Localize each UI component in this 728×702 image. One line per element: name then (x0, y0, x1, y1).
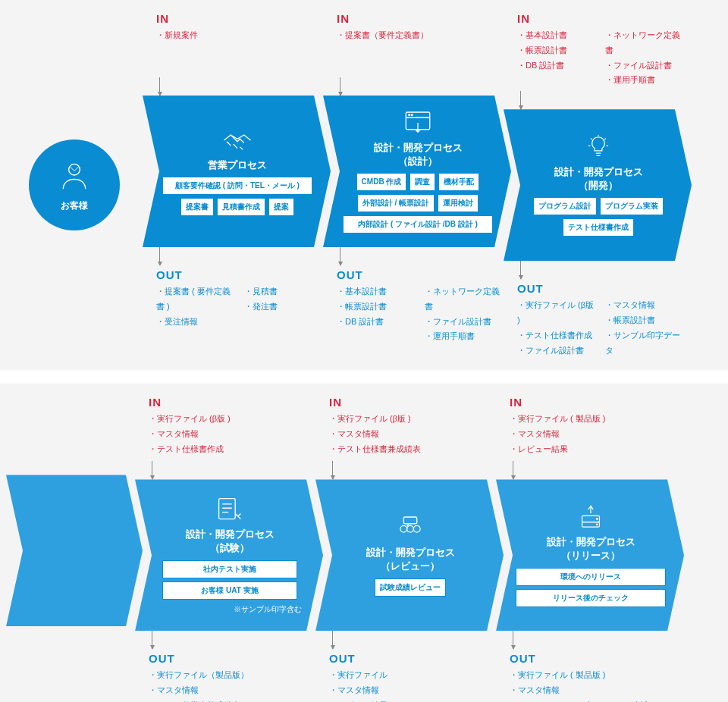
in-item: マスタ情報 (329, 427, 497, 442)
task-chip: 調査 (410, 173, 435, 191)
browser-touch-icon (402, 109, 434, 136)
out-list: ネットワーク定義書ファイル設計書運用手順書 (425, 284, 505, 344)
out-item: マスタ情報 (605, 298, 686, 313)
stage-col-5: IN実行ファイル ( 製品版 )マスタ情報レビュー結果設計・開発プロセス（リリー… (496, 393, 684, 702)
stage-block: 設計・開発プロセス（レビュー）試験成績レビュー (315, 479, 504, 631)
task-chip: 試験成績レビュー (375, 578, 446, 597)
task-chip: 見積書作成 (217, 198, 265, 216)
out-item: 実行ファイル（製品版） (149, 668, 317, 683)
out-title: OUT (149, 652, 317, 665)
out-item: マスタ情報 (510, 683, 678, 698)
flow-arrow-down (135, 461, 323, 479)
flow-arrow-down (143, 247, 331, 265)
out-block: OUT実行ファイル (β版 )テスト仕様書作成ファイル設計書マスタ情報帳票設計書… (504, 279, 692, 361)
svg-point-17 (596, 519, 598, 520)
out-item: 見積書 (244, 284, 325, 299)
out-item: 実行ファイル (β版 ) (517, 298, 598, 328)
out-item: テスト仕様書兼成績書 (149, 698, 317, 702)
out-block: OUT実行ファイル（製品版）マスタ情報テスト仕様書兼成績書 (135, 649, 323, 702)
flow-arrow-down (504, 91, 692, 109)
svg-point-13 (413, 526, 420, 533)
task-chip: リリース後のチェック (516, 589, 666, 607)
task-chip: 提案書 (180, 198, 214, 216)
svg-point-12 (407, 526, 414, 533)
out-list: 実行ファイル ( 製品版 )マスタ情報リリースチェック表 ( リリース判定 ) (510, 668, 678, 702)
task-chip: プログラム設計 (533, 197, 597, 215)
task-chip: 提案 (268, 198, 294, 216)
out-item: 帳票設計書 (337, 299, 417, 315)
stage-title: 設計・開発プロセス（試験） (186, 528, 275, 555)
task-chip: 環境へのリリース (516, 568, 666, 586)
customer-column: お客様 (6, 9, 143, 361)
in-list: 実行ファイル (β版 )マスタ情報テスト仕様書兼成績表 (329, 412, 497, 456)
in-item: マスタ情報 (149, 427, 317, 442)
stage-block: 設計・開発プロセス（設計）CMDB 作成調査機材手配外部設計 / 帳票設計運用検… (323, 96, 511, 247)
out-item: DB 設計書 (337, 315, 417, 330)
out-item: 受注情報 (156, 315, 237, 330)
out-item: マスタ情報 (329, 683, 497, 698)
in-item: ネットワーク定義書 (605, 28, 686, 58)
in-item: 実行ファイル (β版 ) (149, 412, 317, 427)
flow-arrow-down (315, 461, 504, 479)
out-item: 運用手順書 (425, 329, 505, 344)
release-icon (575, 503, 607, 531)
in-item: ファイル設計書 (605, 58, 686, 74)
stage-title: 営業プロセス (208, 158, 267, 172)
out-item: 実行ファイル (329, 668, 497, 683)
flow-arrow-down (504, 261, 692, 279)
stage-tasks: プログラム設計プログラム実装テスト仕様書作成 (520, 197, 676, 237)
out-block: OUT提案書 ( 要件定義書 )受注情報見積書発注書 (143, 265, 331, 334)
out-block: OUT実行ファイルマスタ情報レビュー結果 (315, 649, 504, 702)
process-row-2: IN実行ファイル (β版 )マスタ情報テスト仕様書作成設計・開発プロセス（試験）… (0, 384, 728, 702)
in-title: IN (510, 396, 678, 409)
out-title: OUT (510, 652, 678, 665)
stage-block: 設計・開発プロセス（リリース）環境へのリリースリリース後のチェック (496, 479, 684, 631)
in-item: マスタ情報 (510, 427, 678, 442)
in-list: 実行ファイル ( 製品版 )マスタ情報レビュー結果 (510, 412, 678, 456)
out-title: OUT (329, 652, 497, 665)
out-item: ネットワーク定義書 (425, 284, 505, 315)
customer-label: お客様 (61, 199, 88, 212)
svg-point-4 (411, 114, 413, 115)
svg-point-18 (596, 524, 598, 525)
handshake-icon (221, 127, 253, 154)
in-item: 実行ファイル (β版 ) (329, 412, 497, 427)
out-item: ファイル設計書 (517, 343, 598, 359)
stage-tasks: CMDB 作成調査機材手配外部設計 / 帳票設計運用検討内部設計 ( ファイル設… (340, 173, 496, 233)
out-list: 実行ファイル (β版 )テスト仕様書作成ファイル設計書 (517, 298, 598, 358)
out-list: 提案書 ( 要件定義書 )受注情報 (156, 284, 237, 329)
in-item: テスト仕様書作成 (149, 442, 317, 457)
in-block: IN新規案件 (143, 9, 331, 77)
in-title: IN (337, 12, 505, 25)
out-item: 基本設計書 (337, 284, 417, 299)
out-item: サンプル印字データ (605, 328, 686, 359)
out-list: 実行ファイル（製品版）マスタ情報テスト仕様書兼成績書 (149, 668, 317, 702)
in-item: 実行ファイル ( 製品版 ) (510, 412, 678, 427)
stage-note: ※サンプル印字含む (152, 604, 308, 615)
out-item: マスタ情報 (149, 683, 317, 698)
in-list: 基本設計書帳票設計書DB 設計書 (517, 28, 598, 88)
flow-arrow-down (323, 77, 511, 96)
out-title: OUT (156, 268, 325, 281)
in-item: 基本設計書 (517, 28, 598, 43)
in-block: IN実行ファイル (β版 )マスタ情報テスト仕様書作成 (135, 393, 323, 461)
stage-title: 設計・開発プロセス（リリース） (547, 535, 635, 563)
out-item: 実行ファイル ( 製品版 ) (510, 668, 678, 683)
out-title: OUT (517, 282, 686, 295)
in-item: 提案書（要件定義書） (337, 28, 505, 43)
task-chip: 外部設計 / 帳票設計 (357, 194, 435, 212)
task-chip: お客様 UAT 実施 (162, 581, 297, 600)
stage-block: 営業プロセス顧客要件確認 ( 訪問・TEL・メール )提案書見積書作成提案 (143, 96, 331, 247)
stage-col-2: IN基本設計書帳票設計書DB 設計書ネットワーク定義書ファイル設計書運用手順書設… (504, 9, 692, 361)
stage-tasks: 環境へのリリースリリース後のチェック (513, 568, 669, 607)
flow-arrow-down (496, 461, 684, 479)
flow-arrow-down (496, 631, 684, 649)
svg-point-11 (400, 526, 407, 533)
out-item: 発注書 (244, 299, 325, 315)
review-icon (394, 514, 426, 541)
out-item: リリースチェック表 ( リリース判定 ) (510, 698, 678, 702)
customer-badge: お客様 (29, 139, 120, 230)
stage-tasks: 試験成績レビュー (372, 578, 449, 597)
in-list: 実行ファイル (β版 )マスタ情報テスト仕様書作成 (149, 412, 317, 456)
out-item: 帳票設計書 (605, 313, 686, 328)
